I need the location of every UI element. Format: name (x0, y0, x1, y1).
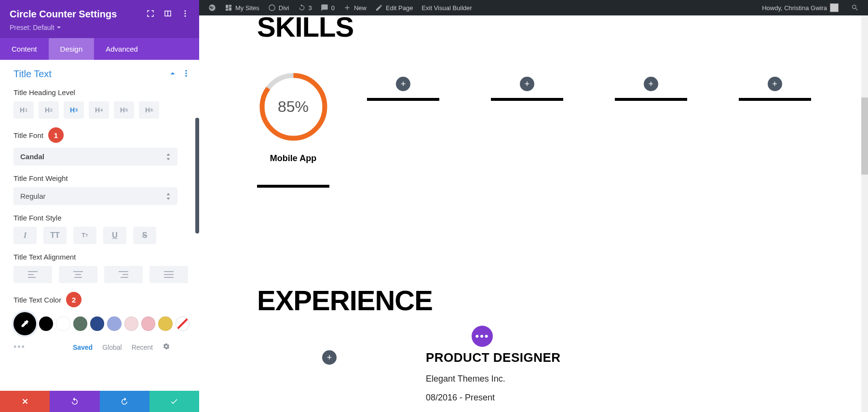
site-name[interactable]: Divi (264, 4, 294, 12)
skills-heading: SKILLS (257, 15, 825, 43)
sidebar-header: Circle Counter Settings Preset: Default (0, 0, 199, 38)
heading-h5[interactable]: H5 (114, 101, 134, 119)
comments[interactable]: 0 (316, 4, 339, 12)
heading-h3[interactable]: H3 (64, 101, 84, 119)
svg-point-1 (185, 13, 186, 14)
swatch-black[interactable] (39, 316, 53, 331)
collapse-icon[interactable] (169, 70, 176, 79)
wp-logo[interactable] (204, 4, 220, 12)
circle-counter-module[interactable]: 85% Mobile App (257, 72, 329, 188)
font-style-group: I TT TT U S (14, 227, 190, 244)
updates[interactable]: 3 (294, 4, 316, 12)
panel-icon[interactable] (163, 9, 172, 20)
save-button[interactable] (149, 391, 199, 412)
label-title-font: Title Font 1 (14, 127, 190, 143)
color-tab-recent[interactable]: Recent (132, 343, 153, 351)
section-more-icon[interactable] (183, 70, 190, 79)
alignment-group (14, 266, 190, 283)
font-weight-select[interactable]: Regular (14, 187, 177, 205)
exit-visual-builder[interactable]: Exit Visual Builder (417, 4, 476, 12)
style-italic[interactable]: I (14, 227, 37, 244)
job-title: PRODUCT DESIGNER (426, 350, 561, 365)
column-underline (367, 98, 439, 101)
page-scrollbar-track[interactable] (861, 15, 868, 412)
svg-point-2 (185, 15, 186, 16)
expand-icon[interactable] (146, 9, 155, 20)
heading-h1[interactable]: H1 (14, 101, 34, 119)
heading-h4[interactable]: H4 (89, 101, 109, 119)
style-smallcaps[interactable]: TT (73, 227, 96, 244)
color-tab-saved[interactable]: Saved (73, 343, 93, 351)
more-icon[interactable] (181, 9, 190, 20)
style-strikethrough[interactable]: S (133, 227, 156, 244)
add-module-button[interactable]: + (768, 77, 782, 91)
sidebar-title: Circle Counter Settings (10, 9, 117, 20)
label-title-font-text: Title Font (14, 131, 43, 139)
preset-dropdown[interactable]: Preset: Default (10, 24, 190, 31)
style-underline[interactable]: U (103, 227, 126, 244)
select-arrows-icon (166, 153, 171, 160)
empty-column-2: + (477, 72, 577, 101)
wp-admin-bar: My Sites Divi 3 0 New Edit Page Exit Vis… (199, 0, 868, 15)
howdy-user[interactable]: Howdy, Christina Gwira (758, 3, 843, 12)
edit-page[interactable]: Edit Page (371, 4, 417, 12)
svg-point-4 (185, 72, 187, 74)
empty-column-4: + (725, 72, 825, 101)
experience-content: PRODUCT DESIGNER Elegant Themes Inc. 08/… (426, 350, 561, 403)
swatch-gold[interactable] (158, 316, 172, 331)
select-arrows-icon (166, 193, 171, 200)
avatar (830, 3, 839, 12)
add-module-button[interactable]: + (396, 77, 410, 91)
style-uppercase[interactable]: TT (43, 227, 67, 244)
add-module-button[interactable]: + (644, 77, 658, 91)
tab-content[interactable]: Content (0, 38, 49, 60)
tab-design[interactable]: Design (49, 38, 95, 60)
swatch-lavender[interactable] (107, 316, 121, 331)
heading-h6[interactable]: H6 (139, 101, 159, 119)
new-label: New (354, 4, 366, 12)
add-module-button[interactable]: + (322, 350, 337, 365)
label-font-style: Title Font Style (14, 214, 190, 222)
my-sites[interactable]: My Sites (220, 4, 264, 12)
cancel-button[interactable] (0, 391, 50, 412)
swatch-none[interactable] (176, 316, 190, 331)
howdy-label: Howdy, Christina Gwira (762, 4, 827, 12)
tab-advanced[interactable]: Advanced (94, 38, 149, 60)
svg-point-18 (209, 4, 215, 11)
gear-icon[interactable] (163, 343, 170, 352)
title-font-select[interactable]: Candal (14, 148, 177, 165)
align-justify[interactable] (149, 266, 188, 283)
align-center[interactable] (59, 266, 97, 283)
new-content[interactable]: New (339, 4, 371, 12)
swatch-navy[interactable] (90, 316, 104, 331)
align-left[interactable] (14, 266, 52, 283)
builder-fab[interactable]: ••• (472, 326, 493, 347)
add-module-button[interactable]: + (520, 77, 534, 91)
color-tabs: ••• Saved Global Recent (14, 342, 190, 352)
swatch-green[interactable] (73, 316, 87, 331)
swatch-pink[interactable] (141, 316, 155, 331)
align-right[interactable] (104, 266, 143, 283)
panel-scrollbar[interactable] (195, 118, 199, 233)
column-underline (615, 98, 687, 101)
my-sites-label: My Sites (235, 4, 259, 12)
swatch-white[interactable] (56, 316, 70, 331)
undo-button[interactable] (50, 391, 99, 412)
svg-point-19 (269, 5, 275, 11)
color-tab-global[interactable]: Global (102, 343, 122, 351)
heading-h2[interactable]: H2 (39, 101, 59, 119)
section-title-text[interactable]: Title Text (14, 69, 52, 80)
more-dots-icon[interactable]: ••• (14, 342, 26, 352)
edit-page-label: Edit Page (386, 4, 413, 12)
site-name-label: Divi (279, 4, 289, 12)
redo-button[interactable] (100, 391, 149, 412)
color-picker-button[interactable] (14, 312, 36, 335)
settings-sidebar: Circle Counter Settings Preset: Default … (0, 0, 199, 412)
design-panel: Title Text Title Heading Level H1 H2 H3 … (0, 60, 199, 391)
page-scrollbar-thumb[interactable] (861, 97, 868, 175)
circle-title: Mobile App (270, 153, 316, 164)
color-swatches (14, 312, 190, 335)
swatch-blush[interactable] (124, 316, 138, 331)
circle-underline (257, 185, 329, 188)
search-icon[interactable] (847, 4, 863, 12)
